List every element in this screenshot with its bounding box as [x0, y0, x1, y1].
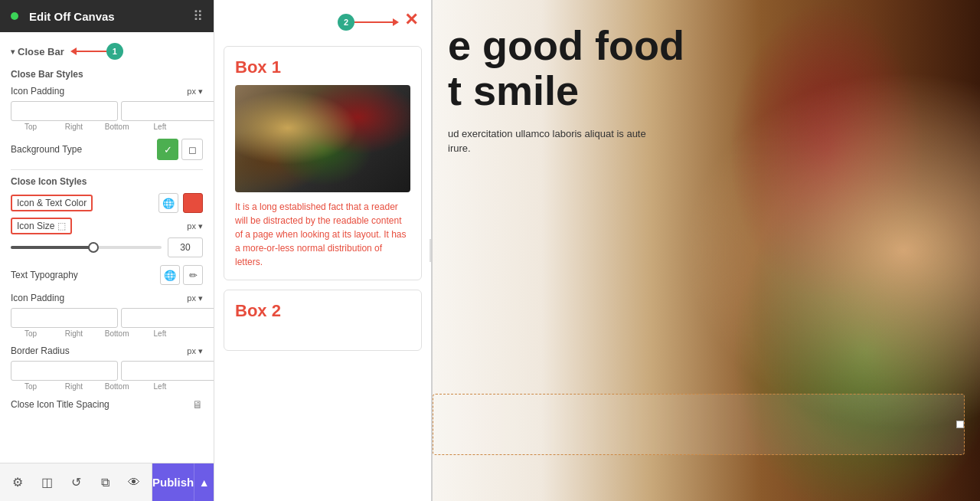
publish-button[interactable]: Publish — [152, 463, 194, 502]
icon-size-row: Icon Size ⬚ px ▾ — [11, 218, 203, 234]
bg-dashed-box — [433, 394, 965, 455]
border-radius-field: Border Radius px ▾ — [11, 345, 203, 356]
icon-padding2-label: Icon Padding — [11, 293, 64, 303]
offcanvas-box-2: Box 2 — [224, 290, 422, 351]
unit-select[interactable]: px ▾ — [187, 87, 203, 97]
padding-labels: Top Right Bottom Left — [11, 123, 203, 131]
color-swatch-red[interactable] — [183, 193, 203, 213]
close-arrow-annotation-2: 2 — [338, 14, 399, 31]
icon-padding2-field: Icon Padding px ▾ — [11, 293, 203, 303]
label-bottom: Bottom — [97, 123, 137, 131]
text-typography-label: Text Typography — [11, 270, 78, 280]
icon-padding2-inputs: 🔗 — [11, 308, 203, 328]
footer-icons: ⚙ ◫ ↺ ⧉ 👁 — [0, 463, 152, 502]
bg-gradient-btn[interactable]: ◻ — [181, 139, 203, 160]
border-radius-label: Border Radius — [11, 345, 70, 356]
label-top: Top — [11, 123, 51, 131]
badge-2: 2 — [338, 14, 354, 31]
icon-size-label: Icon Size ⬚ — [11, 218, 72, 234]
icon-size-slider-row: 30 — [11, 237, 203, 257]
close-icon-title-label: Close Icon Title Spacing — [11, 399, 109, 410]
close-icon-title-spacing-row: Close Icon Title Spacing 🖥 — [11, 398, 203, 411]
slider-thumb[interactable] — [88, 242, 99, 253]
typography-edit-btn[interactable]: ✏ — [183, 265, 203, 285]
bg-heading-2: t smile — [448, 68, 684, 113]
box1-image — [235, 85, 410, 192]
offcanvas-panel: 2 ✕ Box 1 It is a long established fact … — [214, 0, 433, 501]
slider-value-input[interactable]: 30 — [168, 237, 203, 257]
food-image-overlay — [235, 85, 410, 192]
close-bar-toggle[interactable]: ▾ Close Bar — [11, 46, 64, 57]
typography-global-btn[interactable]: 🌐 — [160, 265, 180, 285]
px-unit[interactable]: px ▾ — [187, 87, 203, 97]
panel-footer: ⚙ ◫ ↺ ⧉ 👁 Publish ▲ — [0, 463, 214, 501]
border-radius-inputs: 🔗 — [11, 361, 203, 381]
close-arrow-line — [354, 21, 393, 23]
arrow-line — [76, 51, 106, 52]
icon-padding-field: Icon Padding px ▾ — [11, 86, 203, 97]
unit-select-3[interactable]: px ▾ — [187, 346, 203, 356]
offcanvas-box-1: Box 1 It is a long established fact that… — [224, 46, 422, 280]
bg-classic-btn[interactable]: ✓ — [157, 139, 178, 160]
bg-type-label: Background Type — [11, 144, 82, 155]
br-tl-input[interactable] — [11, 361, 118, 381]
box1-title: Box 1 — [235, 57, 410, 77]
panel-header: Edit Off Canvas ⠿ — [0, 0, 214, 32]
box1-text: It is a long established fact that a rea… — [235, 200, 410, 269]
bg-type-row: Background Type ✓ ◻ — [11, 139, 203, 160]
settings-icon-btn[interactable]: ⚙ — [6, 471, 29, 494]
label-left: Left — [140, 123, 180, 131]
grid-icon[interactable]: ⠿ — [193, 8, 203, 25]
icon-text-color-label: Icon & Text Color — [11, 195, 93, 211]
box2-title: Box 2 — [235, 301, 410, 321]
main-area: 2 ✕ Box 1 It is a long established fact … — [214, 0, 980, 501]
typography-controls: 🌐 ✏ — [160, 265, 203, 285]
resize-handle[interactable] — [956, 421, 964, 428]
duplicate-icon-btn[interactable]: ⧉ — [93, 471, 116, 494]
bg-text-overlay: e good food t smile ud exercitation ulla… — [433, 0, 700, 179]
close-bar-label: Close Bar — [18, 46, 64, 57]
publish-chevron-btn[interactable]: ▲ — [194, 463, 214, 502]
unit-select-2[interactable]: px ▾ — [187, 293, 203, 303]
padding-top-input[interactable] — [11, 101, 118, 121]
text-typography-row: Text Typography 🌐 ✏ — [11, 265, 203, 285]
preview-icon-btn[interactable]: 👁 — [122, 471, 145, 494]
icon-size-unit[interactable]: px ▾ — [187, 221, 203, 231]
bg-image: e good food t smile ud exercitation ulla… — [433, 0, 980, 501]
icon-padding-label: Icon Padding — [11, 86, 64, 97]
bg-heading-1: e good food — [448, 23, 684, 68]
padding2-labels: Top Right Bottom Left — [11, 329, 203, 338]
close-arrow-head-icon — [393, 18, 399, 26]
border-radius-labels: Top Right Bottom Left — [11, 382, 203, 391]
br-tr-input[interactable] — [121, 361, 214, 381]
icon-text-color-row: Icon & Text Color 🌐 — [11, 193, 203, 213]
slider-fill — [11, 246, 93, 249]
bg-type-buttons: ✓ ◻ — [157, 139, 203, 160]
badge-1: 1 — [106, 43, 123, 60]
close-x-button[interactable]: ✕ — [399, 8, 423, 32]
bg-preview: e good food t smile ud exercitation ulla… — [433, 0, 980, 501]
monitor-icon: 🖥 — [192, 398, 203, 411]
chevron-down-icon: ▾ — [11, 47, 15, 56]
status-dot — [11, 12, 18, 20]
slider-track[interactable] — [11, 246, 162, 249]
bg-body-text: ud exercitation ullamco laboris aliquat … — [448, 126, 662, 156]
padding-right-input[interactable] — [121, 101, 214, 121]
left-panel: Edit Off Canvas ⠿ ▾ Close Bar 1 Close Ba… — [0, 0, 214, 501]
global-color-btn[interactable]: 🌐 — [158, 193, 178, 213]
arrow-annotation-1: 1 — [70, 43, 123, 60]
layers-icon-btn[interactable]: ◫ — [35, 471, 58, 494]
history-icon-btn[interactable]: ↺ — [64, 471, 87, 494]
padding2-top-input[interactable] — [11, 308, 118, 328]
panel-title: Edit Off Canvas — [29, 10, 115, 23]
panel-body: ▾ Close Bar 1 Close Bar Styles Icon Padd… — [0, 32, 214, 463]
close-bar-styles-label: Close Bar Styles — [11, 69, 203, 80]
padding-label-link — [183, 123, 203, 131]
color-controls: 🌐 — [158, 193, 203, 213]
divider-1 — [11, 169, 203, 170]
padding2-right-input[interactable] — [121, 308, 214, 328]
close-icon-styles-label: Close Icon Styles — [11, 176, 203, 187]
label-right: Right — [54, 123, 93, 131]
icon-padding-inputs: 🔗 — [11, 101, 203, 121]
close-bar-row: ▾ Close Bar 1 — [11, 43, 203, 60]
